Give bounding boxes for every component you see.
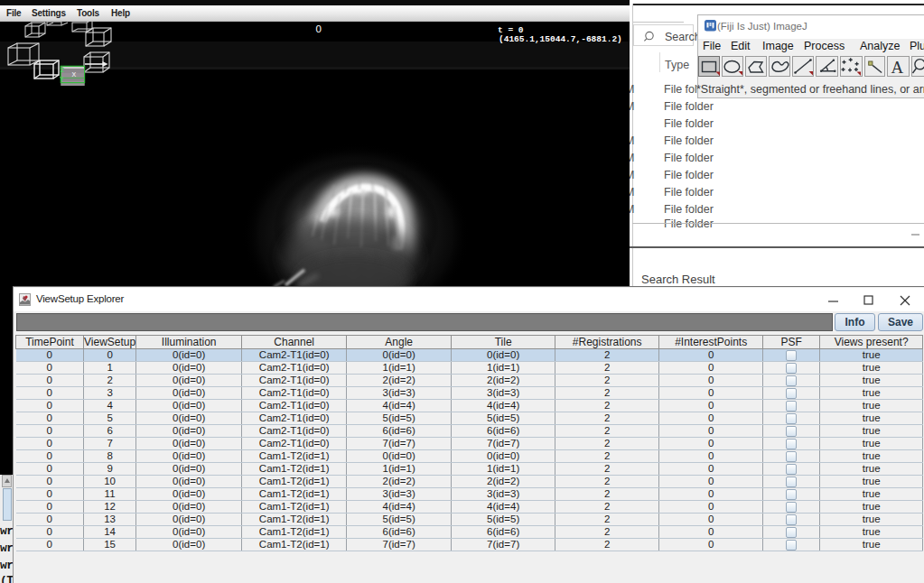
svg-text:A: A: [891, 58, 904, 77]
svg-text:Z: Z: [61, 67, 64, 73]
svg-text:X: X: [72, 71, 77, 78]
svg-text:Y: Y: [60, 76, 64, 82]
